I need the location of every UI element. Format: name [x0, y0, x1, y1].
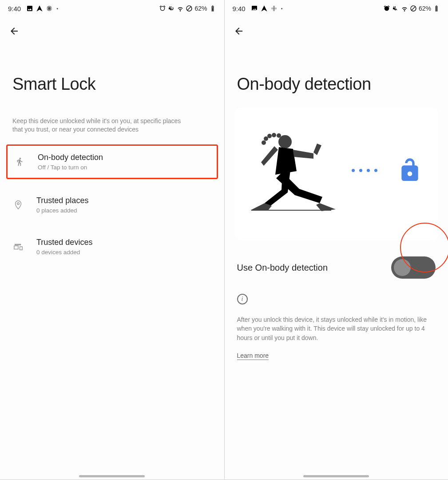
send-icon	[261, 5, 268, 12]
place-icon	[12, 199, 24, 211]
screen-on-body-detection: 9:40 • 62% On-body detection	[224, 0, 448, 480]
picture-icon	[26, 5, 33, 12]
status-time: 9:40	[233, 5, 246, 12]
svg-point-7	[278, 135, 292, 148]
alarm-icon	[159, 5, 166, 12]
battery-icon	[433, 5, 440, 12]
page-title: Smart Lock	[0, 38, 224, 94]
arrow-left-icon	[9, 26, 20, 36]
mute-icon	[392, 5, 399, 12]
dots-icon	[352, 169, 377, 172]
item-trusted-places[interactable]: Trusted places 0 places added	[6, 189, 218, 221]
toggle-knob	[394, 259, 411, 276]
page-title: On-body detection	[225, 38, 448, 94]
back-button[interactable]	[8, 25, 20, 37]
item-subtitle: Off / Tap to turn on	[38, 164, 103, 171]
description: After you unlock this device, it stays u…	[225, 304, 448, 342]
blocked-icon	[186, 5, 193, 12]
item-title: Trusted places	[36, 196, 88, 205]
nav-handle[interactable]	[303, 475, 369, 477]
back-button[interactable]	[233, 25, 245, 37]
status-bar: 9:40 • 62%	[0, 0, 224, 17]
status-bar: 9:40 • 62%	[225, 0, 448, 17]
status-right: 62%	[383, 5, 440, 12]
devices-icon	[12, 241, 24, 252]
item-subtitle: 0 devices added	[36, 249, 92, 256]
status-right: 62%	[159, 5, 216, 12]
nav-handle[interactable]	[79, 475, 145, 477]
battery-percent: 62%	[419, 5, 431, 12]
learn-more-link[interactable]: Learn more	[237, 352, 269, 360]
unlock-icon	[394, 154, 426, 186]
more-dot-icon: •	[56, 6, 58, 11]
wifi-icon	[177, 5, 184, 12]
battery-icon	[209, 5, 216, 12]
svg-point-4	[267, 134, 272, 138]
svg-point-3	[272, 133, 276, 137]
mute-icon	[168, 5, 175, 12]
svg-point-0	[20, 158, 21, 160]
toggle-label: Use On-body detection	[237, 263, 328, 273]
hash-icon	[46, 5, 53, 12]
walk-icon	[14, 156, 25, 168]
wifi-icon	[401, 5, 408, 12]
item-on-body-detection[interactable]: On-body detection Off / Tap to turn on	[6, 144, 218, 179]
item-title: Trusted devices	[36, 238, 92, 247]
settings-list: On-body detection Off / Tap to turn on T…	[0, 134, 224, 263]
send-icon	[36, 5, 43, 12]
picture-icon	[251, 5, 258, 12]
screen-smart-lock: 9:40 • 62% Smart Lock Keep this device u…	[0, 0, 224, 480]
item-trusted-devices[interactable]: Trusted devices 0 devices added	[6, 231, 218, 263]
svg-point-6	[262, 140, 266, 145]
svg-point-5	[264, 136, 268, 141]
page-subtitle: Keep this device unlocked while it's on …	[0, 94, 204, 134]
more-dot-icon: •	[280, 6, 283, 11]
item-subtitle: 0 places added	[36, 207, 88, 214]
blocked-icon	[410, 5, 417, 12]
runner-icon	[247, 126, 336, 215]
status-left: 9:40 •	[8, 5, 58, 12]
illustration-card	[234, 107, 439, 240]
info-icon: i	[237, 294, 248, 304]
arrow-left-icon	[234, 26, 244, 36]
status-left: 9:40 •	[233, 5, 283, 12]
item-title: On-body detection	[38, 153, 103, 162]
battery-percent: 62%	[194, 5, 207, 12]
on-body-toggle[interactable]	[391, 256, 436, 279]
status-time: 9:40	[8, 5, 21, 12]
hash-icon	[270, 5, 278, 12]
alarm-icon	[383, 5, 390, 12]
